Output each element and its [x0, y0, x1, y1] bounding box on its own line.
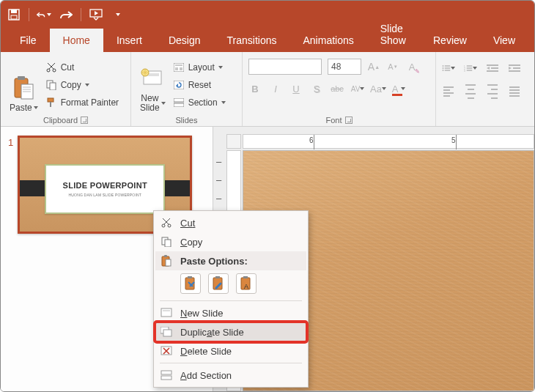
align-left-button[interactable] [442, 85, 455, 98]
format-painter-button[interactable]: Format Painter [45, 95, 119, 110]
ctx-duplicate-slide[interactable]: Duplicate Slide [155, 322, 306, 341]
redo-button[interactable] [59, 7, 73, 22]
font-dialog-launcher[interactable] [345, 117, 353, 124]
ruler-h-label: 6 [309, 136, 314, 144]
font-name-input[interactable] [248, 59, 322, 75]
paste-use-destination-theme[interactable] [180, 273, 201, 294]
layout-label: Layout [188, 62, 215, 73]
ctx-delete-slide[interactable]: Delete Slide [155, 341, 306, 360]
tab-slideshow[interactable]: Slide Show [367, 17, 420, 52]
font-color-button[interactable]: A [392, 82, 405, 95]
italic-button[interactable]: I [269, 82, 282, 95]
paste-button[interactable]: Paste [7, 55, 41, 114]
paste-icon [12, 75, 34, 100]
underline-button[interactable]: U [289, 82, 303, 95]
change-case-button[interactable]: Aa [372, 82, 385, 95]
bold-button[interactable]: B [248, 82, 262, 95]
svg-rect-15 [48, 98, 54, 102]
strikethrough-button[interactable]: abc [331, 82, 344, 95]
tab-view[interactable]: View [480, 29, 528, 52]
svg-point-32 [443, 70, 444, 71]
group-label-clipboard: Clipboard [43, 116, 78, 125]
shrink-font-button[interactable]: A▼ [386, 60, 399, 73]
ctx-copy[interactable]: Copy [155, 232, 306, 251]
layout-button[interactable]: Layout [173, 60, 226, 75]
svg-marker-43 [487, 67, 490, 70]
tab-review[interactable]: Review [420, 29, 480, 52]
svg-rect-58 [215, 276, 220, 278]
ctx-new-slide-label: New Slide [180, 308, 224, 319]
ctx-new-slide[interactable]: New Slide [155, 303, 306, 322]
shadow-button[interactable]: S [310, 82, 323, 95]
ctx-cut[interactable]: Cut [155, 213, 306, 232]
section-button[interactable]: Section [173, 95, 226, 110]
clear-formatting-button[interactable]: A✎ [405, 60, 418, 73]
clipboard-brush-icon [212, 276, 225, 291]
new-slide-label: New Slide [140, 94, 160, 113]
separator [29, 8, 29, 21]
align-center-button[interactable] [464, 85, 477, 98]
bullets-button[interactable] [442, 62, 455, 75]
slide-context-menu: Cut Copy Paste Options: A New Slide Dupl… [153, 210, 309, 388]
paste-picture[interactable]: A [236, 273, 257, 294]
cut-button[interactable]: Cut [45, 60, 119, 75]
increase-indent-button[interactable] [508, 62, 521, 75]
paste-keep-source-formatting[interactable] [208, 273, 229, 294]
align-right-button[interactable] [486, 85, 499, 98]
svg-marker-4 [95, 11, 98, 15]
save-icon [8, 9, 20, 21]
svg-rect-24 [174, 81, 184, 89]
svg-rect-33 [445, 70, 451, 71]
svg-rect-37 [467, 67, 473, 69]
svg-rect-44 [509, 64, 520, 66]
font-size-input[interactable] [328, 59, 361, 75]
tab-insert[interactable]: Insert [103, 29, 155, 52]
start-slideshow-button[interactable] [89, 7, 103, 22]
ctx-copy-label: Copy [180, 237, 202, 248]
slide-subtitle: HUONG DAN LAM SLIDE POWERPOINT [68, 193, 141, 197]
svg-rect-60 [243, 276, 248, 278]
svg-rect-14 [50, 83, 56, 90]
svg-rect-45 [513, 67, 520, 69]
redo-icon [59, 10, 73, 20]
copy-button[interactable]: Copy [45, 78, 119, 92]
ctx-paste-options-row: A [155, 270, 306, 298]
svg-text:3: 3 [464, 70, 465, 73]
group-slides: New Slide Layout Reset Section Slides [131, 52, 243, 126]
svg-rect-35 [467, 65, 473, 67]
tab-file[interactable]: File [7, 29, 50, 52]
save-button[interactable] [7, 7, 21, 22]
cut-label: Cut [61, 62, 75, 73]
svg-rect-27 [174, 103, 184, 107]
clipboard-text-icon: A [240, 276, 253, 291]
ctx-add-section[interactable]: Add Section [155, 366, 306, 385]
undo-icon [37, 10, 45, 20]
reset-icon [173, 79, 185, 91]
decrease-indent-button[interactable] [486, 62, 499, 75]
reset-button[interactable]: Reset [173, 78, 226, 92]
svg-rect-56 [188, 276, 192, 278]
ribbon-tabs: File Home Insert Design Transitions Anim… [1, 29, 534, 52]
justify-button[interactable] [508, 85, 521, 98]
svg-rect-68 [161, 376, 171, 380]
new-slide-button[interactable]: New Slide [137, 55, 169, 114]
char-spacing-button[interactable]: AV [351, 82, 364, 95]
format-painter-icon [45, 97, 57, 108]
section-icon [173, 97, 185, 108]
undo-button[interactable] [37, 7, 51, 22]
layout-icon [173, 62, 185, 73]
horizontal-ruler[interactable]: 6 5 [243, 134, 534, 149]
tab-design[interactable]: Design [155, 29, 214, 52]
tab-home[interactable]: Home [50, 29, 103, 52]
tab-animations[interactable]: Animations [289, 29, 366, 52]
svg-rect-2 [11, 15, 17, 19]
tab-transitions[interactable]: Transitions [214, 29, 290, 52]
clipboard-dialog-launcher[interactable] [81, 117, 88, 124]
outline-collapse: ––– [216, 156, 221, 204]
svg-point-49 [168, 224, 171, 227]
ctx-paste-options-header: Paste Options: [155, 251, 306, 270]
grow-font-button[interactable]: A▲ [367, 60, 380, 73]
numbering-button[interactable]: 123 [464, 62, 477, 75]
customize-qat-button[interactable] [111, 7, 125, 22]
svg-point-48 [162, 224, 165, 227]
